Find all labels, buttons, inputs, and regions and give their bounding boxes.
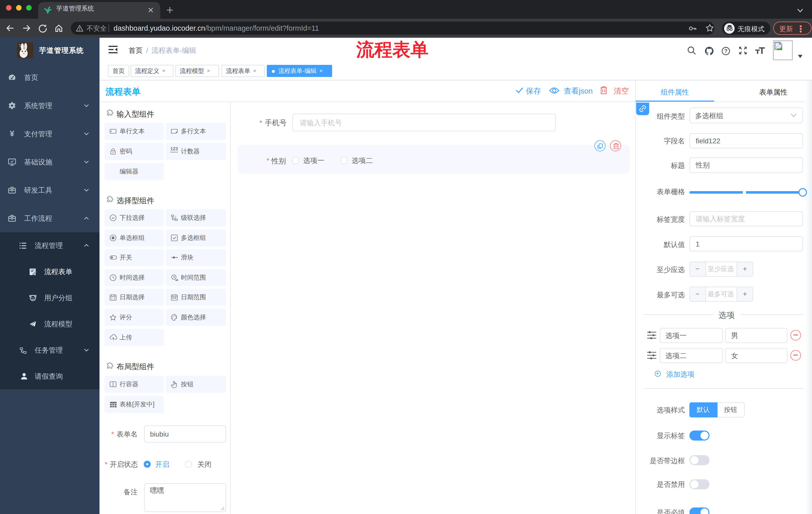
svg-text:?: ?: [724, 48, 727, 54]
